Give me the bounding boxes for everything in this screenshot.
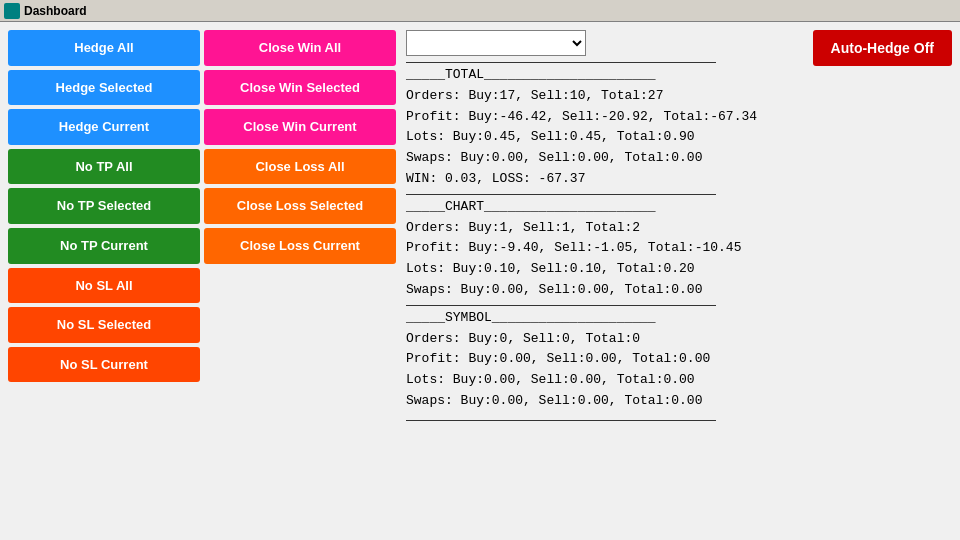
row-hedge-current: Hedge Current Close Win Current (8, 109, 398, 145)
info-section: _____TOTAL______________________ Orders:… (406, 62, 944, 421)
symbol-swaps: Swaps: Buy:0.00, Sell:0.00, Total:0.00 (406, 391, 944, 412)
title-text: Dashboard (24, 4, 87, 18)
no-sl-all-button[interactable]: No SL All (8, 268, 200, 304)
chart-divider (406, 194, 716, 195)
row-no-sl-all: No SL All (8, 268, 398, 304)
hedge-all-button[interactable]: Hedge All (8, 30, 200, 66)
close-win-selected-button[interactable]: Close Win Selected (204, 70, 396, 106)
auto-hedge-button[interactable]: Auto-Hedge Off (813, 30, 952, 66)
close-win-all-button[interactable]: Close Win All (204, 30, 396, 66)
right-panel: _____TOTAL______________________ Orders:… (398, 30, 952, 532)
no-sl-selected-button[interactable]: No SL Selected (8, 307, 200, 343)
symbol-orders: Orders: Buy:0, Sell:0, Total:0 (406, 329, 944, 350)
no-tp-current-button[interactable]: No TP Current (8, 228, 200, 264)
hedge-current-button[interactable]: Hedge Current (8, 109, 200, 145)
bottom-divider (406, 420, 716, 421)
total-divider (406, 62, 716, 63)
total-lots: Lots: Buy:0.45, Sell:0.45, Total:0.90 (406, 127, 944, 148)
no-sl-current-button[interactable]: No SL Current (8, 347, 200, 383)
symbol-lots: Lots: Buy:0.00, Sell:0.00, Total:0.00 (406, 370, 944, 391)
close-loss-current-button[interactable]: Close Loss Current (204, 228, 396, 264)
total-orders: Orders: Buy:17, Sell:10, Total:27 (406, 86, 944, 107)
chart-profit: Profit: Buy:-9.40, Sell:-1.05, Total:-10… (406, 238, 944, 259)
total-swaps: Swaps: Buy:0.00, Sell:0.00, Total:0.00 (406, 148, 944, 169)
symbol-divider (406, 305, 716, 306)
row-no-tp-selected: No TP Selected Close Loss Selected (8, 188, 398, 224)
close-loss-all-button[interactable]: Close Loss All (204, 149, 396, 185)
no-tp-all-button[interactable]: No TP All (8, 149, 200, 185)
left-panel: Hedge All Close Win All Hedge Selected C… (8, 30, 398, 532)
close-win-current-button[interactable]: Close Win Current (204, 109, 396, 145)
total-win-loss: WIN: 0.03, LOSS: -67.37 (406, 169, 944, 190)
symbol-header: _____SYMBOL_____________________ (406, 308, 944, 329)
chart-orders: Orders: Buy:1, Sell:1, Total:2 (406, 218, 944, 239)
total-header: _____TOTAL______________________ (406, 65, 944, 86)
row-hedge-all: Hedge All Close Win All (8, 30, 398, 66)
row-hedge-selected: Hedge Selected Close Win Selected (8, 70, 398, 106)
row-no-sl-selected: No SL Selected (8, 307, 398, 343)
row-no-sl-current: No SL Current (8, 347, 398, 383)
total-profit: Profit: Buy:-46.42, Sell:-20.92, Total:-… (406, 107, 944, 128)
row-no-tp-current: No TP Current Close Loss Current (8, 228, 398, 264)
close-loss-selected-button[interactable]: Close Loss Selected (204, 188, 396, 224)
chart-swaps: Swaps: Buy:0.00, Sell:0.00, Total:0.00 (406, 280, 944, 301)
symbol-profit: Profit: Buy:0.00, Sell:0.00, Total:0.00 (406, 349, 944, 370)
no-tp-selected-button[interactable]: No TP Selected (8, 188, 200, 224)
button-layout: Hedge All Close Win All Hedge Selected C… (8, 30, 398, 382)
chart-header: _____CHART______________________ (406, 197, 944, 218)
row-no-tp-all: No TP All Close Loss All (8, 149, 398, 185)
app-icon (4, 3, 20, 19)
title-bar: Dashboard (0, 0, 960, 22)
chart-lots: Lots: Buy:0.10, Sell:0.10, Total:0.20 (406, 259, 944, 280)
hedge-selected-button[interactable]: Hedge Selected (8, 70, 200, 106)
symbol-select[interactable] (406, 30, 586, 56)
